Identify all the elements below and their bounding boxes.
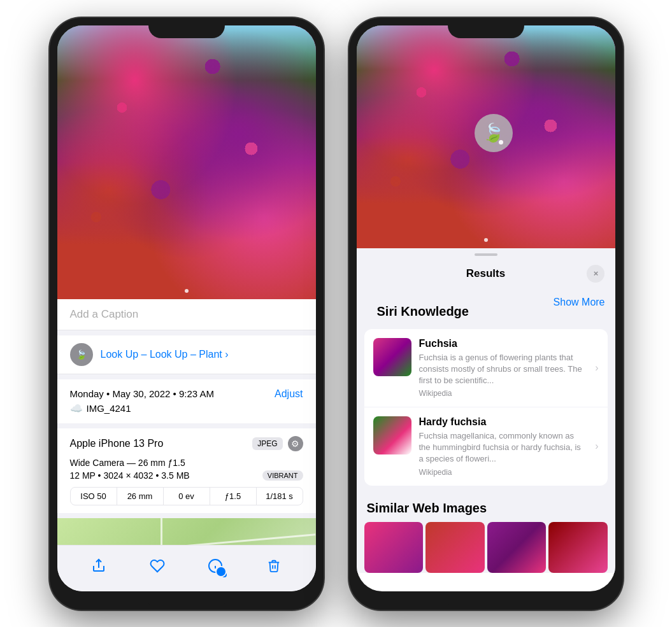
leaf-icon: 🍃: [70, 343, 93, 366]
right-home-bar: [448, 602, 524, 605]
lookup-text-bold: Look Up –: [101, 349, 150, 360]
hardy-fuchsia-info: Hardy fuchsia Fuchsia magellanica, commo…: [419, 416, 588, 477]
device-name: Apple iPhone 13 Pro: [70, 438, 164, 449]
device-section: Apple iPhone 13 Pro JPEG ⚙ Wide Camera —…: [57, 428, 316, 513]
hardy-fuchsia-thumbnail: [373, 416, 411, 454]
right-phone-screen: 🍃 Results × Siri Knowledge Show More: [357, 25, 615, 591]
format-badge: JPEG: [252, 437, 282, 450]
lookup-bar[interactable]: 🍃 Look Up – Look Up – Plant ›: [57, 335, 316, 374]
filename-row: ☁️ IMG_4241: [70, 402, 303, 414]
exif-focal: 26 mm: [117, 488, 164, 505]
heart-button[interactable]: [145, 553, 170, 579]
similar-image-1[interactable]: [364, 522, 424, 573]
map-road-1: [57, 533, 315, 545]
metadata-section: Monday • May 30, 2022 • 9:23 AM Adjust ☁…: [57, 379, 316, 423]
lookup-arrow: ›: [225, 349, 228, 360]
trash-button[interactable]: [261, 553, 287, 579]
left-phone: Add a Caption 🍃 Look Up – Look Up – Plan…: [50, 18, 324, 610]
map-background: [57, 518, 316, 545]
siri-knowledge-title: Siri Knowledge: [367, 297, 479, 324]
show-more-button[interactable]: Show More: [554, 297, 605, 308]
camera-details: Wide Camera — 26 mm ƒ1.5: [70, 458, 303, 468]
fuchsia-chevron-icon: ›: [595, 362, 598, 374]
fuchsia-source: Wikipedia: [419, 389, 588, 398]
lookup-label: Look Up – Look Up – Plant ›: [101, 349, 229, 360]
caption-input[interactable]: Add a Caption: [57, 299, 316, 330]
resolution-text: 12 MP • 3024 × 4032 • 3.5 MB: [70, 470, 190, 481]
fuchsia-name: Fuchsia: [419, 338, 588, 349]
filename-text: IMG_4241: [87, 403, 131, 414]
adjust-button[interactable]: Adjust: [275, 388, 303, 400]
knowledge-card: Fuchsia Fuchsia is a genus of flowering …: [364, 329, 608, 486]
info-scroll-area[interactable]: Add a Caption 🍃 Look Up – Look Up – Plan…: [57, 299, 316, 545]
right-photo-view[interactable]: 🍃: [357, 25, 615, 248]
hardy-fuchsia-chevron-icon: ›: [595, 440, 598, 452]
map-road-2: [161, 518, 162, 545]
similar-image-3[interactable]: [487, 522, 547, 573]
svg-rect-5: [224, 575, 225, 576]
vibrant-badge: VIBRANT: [262, 470, 303, 481]
similar-images-row: [357, 522, 615, 573]
map-section[interactable]: [57, 518, 316, 545]
home-bar: [148, 602, 225, 605]
flower-overlay: [57, 25, 316, 299]
photo-date: Monday • May 30, 2022 • 9:23 AM: [70, 388, 214, 399]
similar-images-title: Similar Web Images: [357, 491, 615, 522]
resolution-row: 12 MP • 3024 × 4032 • 3.5 MB VIBRANT: [70, 470, 303, 481]
results-header: Results ×: [357, 256, 615, 289]
info-button[interactable]: [203, 553, 228, 579]
hardy-fuchsia-source: Wikipedia: [419, 468, 588, 477]
device-header: Apple iPhone 13 Pro JPEG ⚙: [70, 436, 303, 451]
results-title: Results: [466, 267, 505, 280]
close-button[interactable]: ×: [587, 265, 604, 283]
date-row: Monday • May 30, 2022 • 9:23 AM Adjust: [70, 388, 303, 400]
photo-toolbar: [57, 545, 316, 591]
badge-group: JPEG ⚙: [252, 436, 303, 451]
siri-dot: [499, 140, 503, 144]
exif-ev: 0 ev: [164, 488, 210, 505]
siri-badge: 🍃: [475, 114, 513, 152]
results-panel[interactable]: Results × Siri Knowledge Show More Fuchs…: [357, 248, 615, 573]
left-phone-screen: Add a Caption 🍃 Look Up – Look Up – Plan…: [57, 25, 316, 591]
similar-image-4[interactable]: [548, 522, 608, 573]
fuchsia-item[interactable]: Fuchsia Fuchsia is a genus of flowering …: [364, 329, 608, 408]
svg-point-4: [224, 574, 225, 574]
hardy-fuchsia-item[interactable]: Hardy fuchsia Fuchsia magellanica, commo…: [364, 407, 608, 486]
exif-iso: ISO 50: [71, 488, 117, 505]
exif-aperture: ƒ1.5: [210, 488, 257, 505]
fuchsia-info: Fuchsia Fuchsia is a genus of flowering …: [419, 338, 588, 398]
right-page-dot: [484, 238, 488, 242]
exif-row: ISO 50 26 mm 0 ev ƒ1.5 1/181 s: [70, 487, 303, 505]
exif-shutter: 1/181 s: [257, 488, 303, 505]
hardy-fuchsia-name: Hardy fuchsia: [419, 416, 588, 428]
lookup-link[interactable]: Look Up – Plant: [150, 349, 222, 360]
fuchsia-thumbnail: [373, 338, 411, 376]
right-phone: 🍃 Results × Siri Knowledge Show More: [349, 18, 623, 610]
cloud-icon: ☁️: [70, 402, 83, 414]
hardy-fuchsia-description: Fuchsia magellanica, commonly known as t…: [419, 430, 588, 465]
page-dot-indicator: [185, 289, 189, 293]
similar-image-2[interactable]: [425, 522, 485, 573]
share-button[interactable]: [86, 553, 111, 579]
fuchsia-description: Fuchsia is a genus of flowering plants t…: [419, 352, 588, 387]
gear-icon[interactable]: ⚙: [288, 436, 303, 451]
photo-view[interactable]: [57, 25, 316, 299]
siri-knowledge-header: Siri Knowledge Show More: [357, 289, 615, 329]
